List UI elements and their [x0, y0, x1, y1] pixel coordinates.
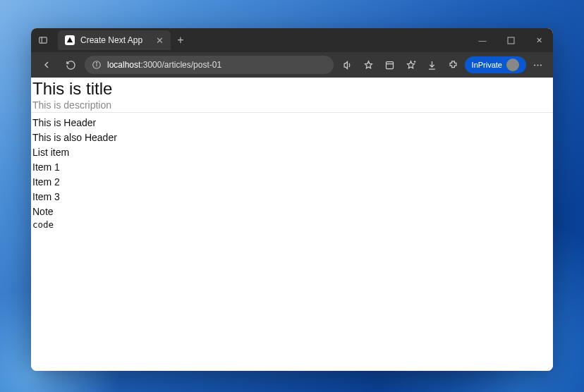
page-title: This is title	[31, 78, 553, 99]
browser-window: Create Next App ✕ + — ✕ localhost:3000/a…	[31, 28, 553, 371]
address-bar[interactable]: localhost:3000/articles/post-01	[85, 56, 334, 74]
svg-point-5	[97, 63, 97, 63]
collections-icon[interactable]	[380, 55, 400, 75]
favicon-icon	[65, 35, 75, 45]
more-icon[interactable]	[528, 55, 547, 75]
content-line: Note	[31, 204, 553, 219]
tab-title: Create Next App	[80, 35, 150, 45]
tab-close-icon[interactable]: ✕	[156, 35, 164, 46]
site-info-icon[interactable]	[92, 60, 102, 70]
favorite-icon[interactable]	[359, 55, 379, 75]
favorites-star-icon[interactable]	[401, 55, 421, 75]
downloads-icon[interactable]	[422, 55, 442, 75]
page-description: This is description	[31, 99, 553, 113]
svg-point-11	[537, 64, 538, 66]
svg-point-10	[534, 64, 535, 66]
content-line: Item 3	[31, 190, 553, 204]
tab-actions-icon[interactable]	[31, 35, 55, 45]
new-tab-button[interactable]: +	[171, 34, 190, 47]
toolbar: localhost:3000/articles/post-01	[31, 52, 553, 78]
content-line: Item 2	[31, 175, 553, 190]
window-maximize-button[interactable]	[497, 28, 525, 52]
inprivate-badge[interactable]: InPrivate	[465, 56, 526, 73]
content-line: List item	[31, 145, 553, 160]
svg-rect-6	[387, 61, 394, 68]
content-line: This is Header	[31, 116, 553, 130]
avatar-icon	[506, 59, 519, 71]
title-bar: Create Next App ✕ + — ✕	[31, 28, 553, 52]
content-line: Item 1	[31, 160, 553, 175]
content-line: This is also Header	[31, 130, 553, 145]
content-code: code	[31, 219, 553, 231]
window-close-button[interactable]: ✕	[525, 28, 553, 52]
svg-rect-2	[508, 37, 514, 44]
refresh-button[interactable]	[61, 55, 80, 75]
tab-active[interactable]: Create Next App ✕	[58, 30, 171, 50]
read-aloud-icon[interactable]	[338, 55, 358, 75]
window-minimize-button[interactable]: —	[468, 28, 497, 52]
url-text: localhost:3000/articles/post-01	[107, 60, 221, 70]
svg-point-12	[540, 64, 541, 66]
back-button[interactable]	[37, 55, 56, 75]
page-content: This is title This is description This i…	[31, 78, 553, 371]
extensions-icon[interactable]	[444, 55, 463, 75]
svg-rect-0	[39, 37, 47, 43]
